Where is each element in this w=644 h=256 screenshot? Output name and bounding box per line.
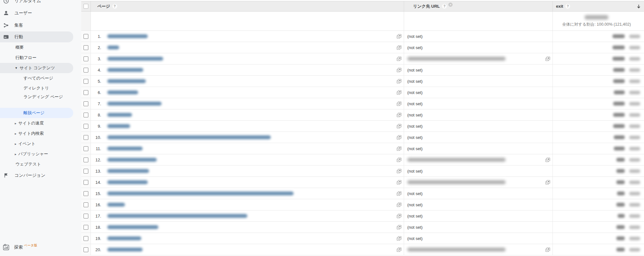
- external-link-icon[interactable]: [397, 90, 401, 96]
- help-icon[interactable]: ?: [565, 4, 570, 9]
- row-checkbox[interactable]: [84, 202, 88, 207]
- page-link-redacted[interactable]: [107, 147, 143, 150]
- row-checkbox[interactable]: [84, 101, 88, 106]
- external-link-icon[interactable]: [397, 225, 401, 231]
- page-link-redacted[interactable]: [107, 203, 125, 207]
- row-checkbox[interactable]: [84, 247, 88, 252]
- external-link-icon[interactable]: [397, 101, 401, 107]
- sidebar-item-experiments[interactable]: ウェブテスト: [0, 159, 81, 169]
- row-checkbox[interactable]: [84, 169, 88, 174]
- row-checkbox[interactable]: [84, 45, 88, 50]
- sidebar-item-exit-pages[interactable]: 離脱ページ: [0, 108, 73, 118]
- external-link-icon[interactable]: [397, 146, 401, 152]
- external-link-icon[interactable]: [545, 247, 550, 253]
- sidebar-item-landing-pages[interactable]: ランディング ページ: [0, 93, 81, 108]
- sort-descending-icon[interactable]: [636, 4, 641, 10]
- sidebar-item-label: 概要: [15, 45, 24, 50]
- sidebar-item-all-pages[interactable]: すべてのページ: [0, 73, 81, 83]
- help-icon[interactable]: ?: [442, 4, 447, 9]
- sidebar-item-behavior-flow[interactable]: 行動フロー: [0, 53, 81, 63]
- page-link-redacted[interactable]: [107, 169, 149, 173]
- sidebar-item-explore[interactable]: 探索 ベータ版: [0, 241, 81, 254]
- external-link-icon[interactable]: [397, 56, 401, 63]
- chevron-right-icon: ▸: [15, 152, 16, 156]
- external-link-icon[interactable]: [397, 247, 401, 253]
- external-link-icon[interactable]: [397, 180, 401, 186]
- table-row: 19.(not set): [81, 233, 644, 244]
- page-link-redacted[interactable]: [107, 225, 158, 229]
- sidebar-item-users[interactable]: ユーザー: [0, 7, 81, 19]
- page-link-redacted[interactable]: [107, 124, 130, 128]
- row-checkbox[interactable]: [84, 225, 88, 230]
- row-number: 6.: [91, 90, 101, 95]
- external-link-icon[interactable]: [397, 45, 401, 51]
- page-link-redacted[interactable]: [107, 68, 143, 72]
- select-all-checkbox[interactable]: [84, 4, 88, 9]
- external-link-icon[interactable]: [397, 191, 401, 197]
- external-link-icon[interactable]: [397, 135, 401, 141]
- sidebar-item-conversions[interactable]: コンバージョン: [0, 169, 81, 182]
- row-checkbox[interactable]: [84, 113, 88, 117]
- external-link-icon[interactable]: [397, 68, 401, 74]
- row-checkbox[interactable]: [84, 158, 88, 162]
- row-checkbox[interactable]: [84, 56, 88, 61]
- exit-percent-redacted: [629, 147, 640, 150]
- row-checkbox[interactable]: [84, 236, 88, 241]
- summary-dest-cell: [404, 12, 553, 30]
- external-link-icon[interactable]: [397, 124, 401, 130]
- sidebar-item-directory[interactable]: ディレクトリ: [0, 83, 81, 93]
- row-checkbox[interactable]: [84, 68, 88, 73]
- page-link-redacted[interactable]: [107, 102, 162, 106]
- page-link-redacted[interactable]: [107, 113, 132, 117]
- external-link-icon[interactable]: [545, 180, 550, 186]
- external-link-icon[interactable]: [397, 214, 401, 220]
- sidebar-item-site-content[interactable]: ▼ サイト コンテンツ: [0, 63, 73, 73]
- sidebar-item-events[interactable]: ▸ イベント: [0, 139, 81, 149]
- row-checkbox[interactable]: [84, 34, 88, 39]
- page-link-redacted[interactable]: [107, 248, 143, 252]
- remove-secondary-dimension-icon[interactable]: ✕: [448, 3, 453, 7]
- row-checkbox[interactable]: [84, 90, 88, 95]
- sidebar-item-site-speed[interactable]: ▸ サイトの速度: [0, 118, 81, 128]
- sidebar-item-site-search[interactable]: ▸ サイト内検索: [0, 128, 81, 139]
- sidebar-item-realtime[interactable]: リアルタイム: [0, 0, 81, 7]
- external-link-icon[interactable]: [397, 158, 401, 164]
- external-link-icon[interactable]: [397, 34, 401, 40]
- table-row: 8.(not set): [81, 109, 644, 121]
- help-icon[interactable]: ?: [112, 4, 117, 9]
- external-link-icon[interactable]: [545, 56, 550, 63]
- page-link-redacted[interactable]: [107, 34, 148, 38]
- external-link-icon[interactable]: [397, 79, 401, 85]
- page-link-redacted[interactable]: [107, 135, 271, 139]
- page-link-redacted[interactable]: [107, 236, 141, 240]
- exit-percent-redacted: [629, 113, 640, 117]
- external-link-icon[interactable]: [397, 169, 401, 175]
- row-checkbox[interactable]: [84, 180, 88, 185]
- row-checkbox[interactable]: [84, 214, 88, 218]
- page-link-redacted[interactable]: [107, 214, 247, 218]
- column-header-destination-url[interactable]: リンク先 URL ? ✕: [404, 1, 553, 11]
- row-checkbox[interactable]: [84, 79, 88, 84]
- page-link-redacted[interactable]: [107, 192, 294, 195]
- external-link-icon[interactable]: [397, 113, 401, 119]
- row-checkbox[interactable]: [84, 135, 88, 140]
- row-checkbox[interactable]: [84, 146, 88, 151]
- external-link-icon[interactable]: [545, 158, 550, 164]
- page-link-redacted[interactable]: [107, 158, 157, 162]
- external-link-icon[interactable]: [397, 202, 401, 209]
- sidebar-item-overview[interactable]: 概要: [0, 42, 81, 53]
- sidebar-item-behavior[interactable]: 行動: [0, 31, 73, 42]
- row-checkbox[interactable]: [84, 191, 88, 196]
- sidebar-item-acquisition[interactable]: 集客: [0, 19, 81, 31]
- page-link-redacted[interactable]: [107, 57, 163, 61]
- column-header-page[interactable]: ページ ?: [91, 1, 404, 11]
- page-link-redacted[interactable]: [107, 46, 119, 49]
- column-header-exit[interactable]: exit ?: [553, 1, 644, 11]
- page-link-redacted[interactable]: [107, 180, 148, 184]
- row-checkbox[interactable]: [84, 124, 88, 129]
- external-link-icon[interactable]: [397, 236, 401, 242]
- page-link-redacted[interactable]: [107, 79, 146, 83]
- page-link-redacted[interactable]: [107, 90, 138, 94]
- sidebar-item-label: コンバージョン: [14, 173, 45, 178]
- sidebar-item-publisher[interactable]: ▸ パブリッシャー: [0, 149, 81, 159]
